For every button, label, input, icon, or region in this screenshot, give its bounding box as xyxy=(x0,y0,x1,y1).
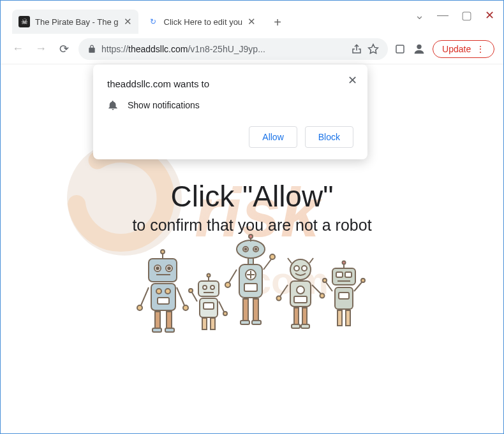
svg-point-63 xyxy=(302,266,307,271)
svg-line-65 xyxy=(309,258,313,263)
svg-rect-52 xyxy=(244,284,257,291)
permission-label: Show notifications xyxy=(128,100,200,110)
svg-rect-39 xyxy=(211,318,215,329)
back-button[interactable]: ← xyxy=(10,41,26,57)
svg-point-56 xyxy=(270,254,275,259)
svg-point-37 xyxy=(223,312,227,315)
svg-point-72 xyxy=(320,294,325,298)
tab-clickhere[interactable]: ↻ Click Here to edit you ✕ xyxy=(141,10,263,34)
svg-rect-59 xyxy=(241,321,249,324)
close-window-icon[interactable]: ✕ xyxy=(485,8,494,22)
svg-point-88 xyxy=(361,278,365,282)
svg-rect-24 xyxy=(152,328,161,332)
svg-rect-90 xyxy=(346,310,350,326)
svg-rect-75 xyxy=(292,324,300,328)
svg-marker-0 xyxy=(369,44,378,53)
svg-point-82 xyxy=(343,261,346,264)
svg-line-71 xyxy=(312,285,321,294)
svg-point-28 xyxy=(211,286,214,289)
browser-toolbar: ← → ⟳ https://theaddsllc.com/v1n8-25hU_J… xyxy=(1,34,503,64)
svg-point-70 xyxy=(277,296,281,301)
svg-rect-84 xyxy=(339,293,349,299)
svg-line-55 xyxy=(263,259,271,270)
svg-line-69 xyxy=(280,285,288,296)
svg-rect-73 xyxy=(294,308,299,324)
profile-icon[interactable] xyxy=(412,42,426,56)
svg-point-10 xyxy=(168,267,170,270)
svg-rect-79 xyxy=(345,272,352,277)
allow-button[interactable]: Allow xyxy=(249,126,297,148)
svg-point-16 xyxy=(165,289,170,294)
robots-illustration xyxy=(124,224,380,351)
close-dialog-icon[interactable]: ✕ xyxy=(348,73,357,87)
svg-rect-47 xyxy=(248,258,253,264)
svg-point-44 xyxy=(255,249,257,250)
permission-dialog: ✕ theaddsllc.com wants to Show notificat… xyxy=(93,64,367,159)
svg-rect-22 xyxy=(155,312,160,328)
svg-rect-74 xyxy=(302,308,307,324)
svg-rect-25 xyxy=(165,328,174,332)
svg-rect-26 xyxy=(198,281,219,296)
svg-point-9 xyxy=(156,267,159,270)
tab-strip: ☠ The Pirate Bay - The g ✕ ↻ Click Here … xyxy=(1,1,286,34)
tab-title: Click Here to edit you xyxy=(164,17,243,27)
svg-point-13 xyxy=(161,250,165,254)
tab-piratebay[interactable]: ☠ The Pirate Bay - The g ✕ xyxy=(12,10,138,34)
svg-point-54 xyxy=(225,282,230,287)
svg-rect-58 xyxy=(253,299,258,321)
share-icon[interactable] xyxy=(351,43,362,55)
tab-title: The Pirate Bay - The g xyxy=(35,17,119,27)
svg-rect-33 xyxy=(204,303,214,309)
svg-line-36 xyxy=(219,301,224,312)
tab-favicon-skull: ☠ xyxy=(19,16,30,27)
bell-icon xyxy=(107,99,119,111)
forward-button[interactable]: → xyxy=(33,41,49,57)
svg-point-15 xyxy=(156,289,161,294)
svg-line-34 xyxy=(192,293,197,301)
svg-line-85 xyxy=(326,282,332,291)
svg-point-19 xyxy=(137,305,142,310)
url-text: https://theaddsllc.com/v1n8-25hU_J9yp... xyxy=(101,44,346,54)
block-button[interactable]: Block xyxy=(305,126,353,148)
maximize-icon[interactable]: ▢ xyxy=(461,8,472,22)
close-tab-icon[interactable]: ✕ xyxy=(248,16,256,27)
permission-title: theaddsllc.com wants to xyxy=(107,78,353,89)
svg-rect-23 xyxy=(167,312,172,328)
svg-point-67 xyxy=(297,286,304,294)
svg-line-18 xyxy=(141,287,149,305)
svg-line-20 xyxy=(177,287,184,305)
star-icon[interactable] xyxy=(367,43,379,55)
close-tab-icon[interactable]: ✕ xyxy=(124,16,132,27)
svg-rect-6 xyxy=(149,259,177,282)
svg-point-35 xyxy=(189,289,193,293)
window-controls: ⌄ — ▢ ✕ xyxy=(415,8,494,22)
svg-point-31 xyxy=(207,274,211,277)
svg-point-86 xyxy=(323,278,327,282)
svg-rect-76 xyxy=(301,324,309,328)
svg-point-61 xyxy=(290,259,311,280)
minimize-icon[interactable]: — xyxy=(437,8,448,22)
url-bar[interactable]: https://theaddsllc.com/v1n8-25hU_J9yp... xyxy=(78,38,388,60)
extensions-icon[interactable] xyxy=(394,43,406,55)
page-content: risk .com ✕ theaddsllc.com wants to Show… xyxy=(1,64,503,433)
svg-line-53 xyxy=(229,270,237,282)
svg-point-46 xyxy=(249,235,253,238)
lock-icon xyxy=(87,45,96,54)
reload-button[interactable]: ⟳ xyxy=(56,41,72,57)
update-button[interactable]: Update ⋮ xyxy=(433,40,494,58)
chevron-down-icon[interactable]: ⌄ xyxy=(415,8,424,22)
svg-point-2 xyxy=(417,44,421,48)
svg-rect-1 xyxy=(396,45,404,53)
window-titlebar: ☠ The Pirate Bay - The g ✕ ↻ Click Here … xyxy=(1,1,503,34)
svg-rect-89 xyxy=(337,310,342,326)
svg-rect-68 xyxy=(294,296,307,303)
permission-item: Show notifications xyxy=(107,99,353,111)
page-heading: Click "Allow" xyxy=(1,179,503,213)
svg-line-64 xyxy=(288,258,292,263)
svg-rect-17 xyxy=(158,298,169,304)
svg-point-27 xyxy=(203,286,207,289)
svg-rect-38 xyxy=(202,318,207,329)
svg-point-40 xyxy=(237,240,265,258)
new-tab-button[interactable]: + xyxy=(269,13,286,31)
svg-rect-60 xyxy=(252,321,261,324)
